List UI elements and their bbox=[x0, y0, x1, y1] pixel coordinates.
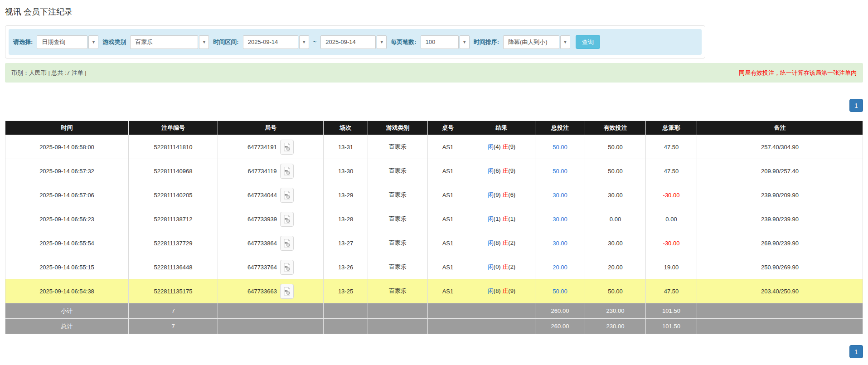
table-no-cell: AS1 bbox=[428, 135, 468, 159]
result-cell: 闲(1) 庄(1) bbox=[468, 207, 535, 231]
date-range-label: 时间区间: bbox=[213, 38, 238, 46]
summary-count: 7 bbox=[129, 303, 218, 319]
video-replay-button[interactable] bbox=[280, 164, 294, 179]
banker-result-value: (9) bbox=[508, 167, 515, 174]
table-row: 2025-09-14 06:55:15522811136448647733764… bbox=[5, 255, 863, 279]
valid-bet-cell: 0.00 bbox=[585, 207, 646, 231]
total-bet-link[interactable]: 50.00 bbox=[553, 288, 567, 295]
session-cell: 13-28 bbox=[324, 207, 368, 231]
game-type-select[interactable]: 百家乐 ▼ bbox=[130, 35, 209, 49]
empty-cell bbox=[468, 319, 535, 334]
page-size-select[interactable]: 100 ▼ bbox=[421, 35, 470, 49]
query-type-value[interactable]: 日期查询 bbox=[37, 35, 87, 49]
bet-id-cell: 522811137729 bbox=[129, 231, 218, 255]
total-bet-link[interactable]: 30.00 bbox=[553, 216, 567, 223]
bet-id-cell: 522811140968 bbox=[129, 159, 218, 183]
valid-bet-cell: 30.00 bbox=[585, 231, 646, 255]
round-cell: 647734044 bbox=[218, 183, 324, 207]
round-cell: 647733663 bbox=[218, 279, 324, 303]
empty-cell bbox=[324, 303, 368, 319]
game-type-cell: 百家乐 bbox=[368, 255, 428, 279]
player-result-label: 闲 bbox=[488, 215, 494, 222]
player-result-value: (9) bbox=[494, 191, 503, 198]
game-type-cell: 百家乐 bbox=[368, 207, 428, 231]
payout-cell: 47.50 bbox=[646, 135, 697, 159]
bet-time-cell: 2025-09-14 06:55:15 bbox=[5, 255, 129, 279]
chevron-down-icon[interactable]: ▼ bbox=[299, 35, 309, 49]
bet-time-cell: 2025-09-14 06:58:00 bbox=[5, 135, 129, 159]
session-cell: 13-31 bbox=[324, 135, 368, 159]
remark-cell: 203.40/250.90 bbox=[697, 279, 863, 303]
video-replay-button[interactable] bbox=[280, 284, 294, 299]
banker-result-value: (6) bbox=[508, 191, 515, 198]
total-bet-link[interactable]: 30.00 bbox=[553, 240, 567, 247]
player-result-label: 闲 bbox=[488, 239, 494, 246]
banker-result-value: (1) bbox=[508, 215, 515, 222]
page-title: 视讯 会员下注纪录 bbox=[5, 6, 863, 17]
video-replay-button[interactable] bbox=[280, 260, 294, 275]
video-icon bbox=[283, 142, 291, 152]
date-from-select[interactable]: 2025-09-14 ▼ bbox=[243, 35, 309, 49]
round-id: 647733663 bbox=[247, 288, 277, 295]
round-id: 647734119 bbox=[247, 168, 276, 175]
page-size-value[interactable]: 100 bbox=[421, 35, 459, 49]
column-header: 游戏类别 bbox=[368, 121, 428, 135]
table-header-row: 时间注单编号局号场次游戏类别桌号结果总投注有效投注总派彩备注 bbox=[5, 121, 863, 135]
date-to-select[interactable]: 2025-09-14 ▼ bbox=[320, 35, 387, 49]
empty-cell bbox=[697, 319, 863, 334]
video-replay-button[interactable] bbox=[280, 236, 294, 251]
round-cell: 647733939 bbox=[218, 207, 324, 231]
query-button[interactable]: 查询 bbox=[576, 35, 600, 49]
sort-order-select[interactable]: 降冪(由大到小) ▼ bbox=[503, 35, 570, 49]
bet-id-cell: 522811141810 bbox=[129, 135, 218, 159]
session-cell: 13-29 bbox=[324, 183, 368, 207]
video-icon bbox=[283, 263, 291, 272]
video-replay-button[interactable] bbox=[280, 188, 294, 203]
total-bet-link[interactable]: 50.00 bbox=[553, 168, 567, 175]
valid-bet-cell: 50.00 bbox=[585, 279, 646, 303]
player-result-value: (0) bbox=[494, 263, 503, 270]
total-bet-cell: 50.00 bbox=[535, 279, 585, 303]
table-row: 2025-09-14 06:58:00522811141810647734191… bbox=[5, 135, 863, 159]
total-bet-link[interactable]: 50.00 bbox=[553, 144, 567, 151]
total-bet-link[interactable]: 20.00 bbox=[553, 264, 567, 271]
chevron-down-icon[interactable]: ▼ bbox=[560, 35, 570, 49]
column-header: 注单编号 bbox=[129, 121, 218, 135]
game-type-value[interactable]: 百家乐 bbox=[130, 35, 198, 49]
total-bet-link[interactable]: 30.00 bbox=[553, 192, 567, 199]
date-from-value[interactable]: 2025-09-14 bbox=[243, 35, 298, 49]
pagination-page-1[interactable]: 1 bbox=[849, 99, 863, 112]
remark-cell: 239.90/239.90 bbox=[697, 207, 863, 231]
valid-bet-cell: 50.00 bbox=[585, 135, 646, 159]
player-result-label: 闲 bbox=[488, 263, 494, 270]
video-icon bbox=[283, 190, 291, 200]
round-id: 647733764 bbox=[247, 264, 277, 271]
video-replay-button[interactable] bbox=[280, 140, 294, 155]
summary-count: 7 bbox=[129, 319, 218, 334]
chevron-down-icon[interactable]: ▼ bbox=[377, 35, 387, 49]
currency-total-summary: 币别：人民币 | 总共 :7 注单 | bbox=[11, 69, 87, 77]
bet-id-cell: 522811140205 bbox=[129, 183, 218, 207]
empty-cell bbox=[697, 303, 863, 319]
table-no-cell: AS1 bbox=[428, 207, 468, 231]
summary-label: 总计 bbox=[5, 319, 129, 334]
total-bet-cell: 50.00 bbox=[535, 135, 585, 159]
bet-time-cell: 2025-09-14 06:54:38 bbox=[5, 279, 129, 303]
query-type-select[interactable]: 日期查询 ▼ bbox=[37, 35, 98, 49]
total-bet-cell: 30.00 bbox=[535, 207, 585, 231]
valid-bet-cell: 20.00 bbox=[585, 255, 646, 279]
empty-cell bbox=[428, 303, 468, 319]
sort-order-value[interactable]: 降冪(由大到小) bbox=[503, 35, 559, 49]
video-icon bbox=[283, 214, 291, 224]
chevron-down-icon[interactable]: ▼ bbox=[88, 35, 98, 49]
chevron-down-icon[interactable]: ▼ bbox=[460, 35, 470, 49]
table-no-cell: AS1 bbox=[428, 231, 468, 255]
game-type-cell: 百家乐 bbox=[368, 159, 428, 183]
summary-row: 小计7260.00230.00101.50 bbox=[5, 303, 863, 319]
chevron-down-icon[interactable]: ▼ bbox=[199, 35, 209, 49]
video-replay-button[interactable] bbox=[280, 212, 294, 227]
date-to-value[interactable]: 2025-09-14 bbox=[320, 35, 376, 49]
column-header: 桌号 bbox=[428, 121, 468, 135]
pagination-page-1[interactable]: 1 bbox=[849, 345, 863, 358]
table-row: 2025-09-14 06:55:54522811137729647733864… bbox=[5, 231, 863, 255]
